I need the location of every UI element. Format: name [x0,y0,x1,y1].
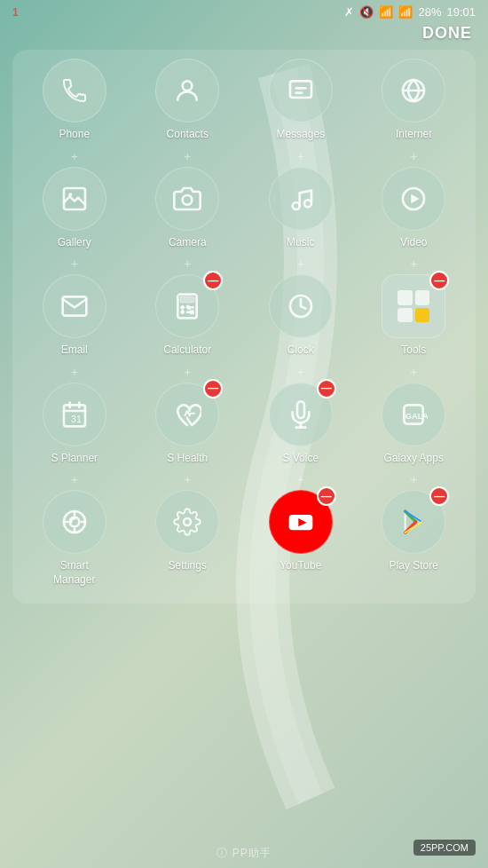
smartmanager-app[interactable]: Smart Manager [26,490,123,587]
tools-mini-1 [397,290,413,305]
smartmanager-label: Smart Manager [53,559,95,587]
svg-text:GALAXY: GALAXY [405,412,428,421]
galaxyapps-icon-bg: GALAXY [382,383,445,446]
phone-label: Phone [59,128,90,142]
playstore-app[interactable]: Play Store [365,490,462,573]
video-icon-wrap [382,167,445,231]
svg-rect-1 [290,81,311,98]
svoice-icon-wrap [269,383,333,446]
done-button[interactable]: DONE [422,24,472,43]
splanner-icon-bg: 31 [43,383,106,446]
music-icon-wrap [269,167,333,231]
splanner-app[interactable]: 31 S Planner [26,383,123,466]
shealth-app[interactable]: S Health [138,383,236,466]
status-bar: 1 ✗ 🔇 📶 📶 28% 19:01 [0,0,488,22]
smartmanager-icon-wrap [43,490,106,554]
battery-level: 28% [418,5,441,19]
galaxyapps-icon-wrap: GALAXY [382,383,445,446]
divider-4: + + + + [18,469,470,490]
plus-4: + [410,149,417,163]
gallery-icon-wrap [43,167,106,231]
tools-icon-wrap [382,274,445,338]
time-display: 19:01 [446,5,476,19]
splanner-label: S Planner [51,452,98,466]
youtube-app[interactable]: YouTube [252,490,350,573]
plus-16: + [410,472,417,486]
galaxyapps-app[interactable]: GALAXY Galaxy Apps [365,383,462,466]
divider-3: + + + + [18,361,470,383]
phone-icon-bg [43,59,106,122]
svg-point-0 [183,81,193,91]
tools-remove-badge[interactable] [429,271,449,290]
status-indicator: 1 [12,6,19,19]
gallery-icon-bg [43,167,106,231]
tools-mini-2 [415,290,430,305]
galaxyapps-label: Galaxy Apps [384,452,444,466]
calculator-app[interactable]: Calculator [138,274,236,358]
clock-icon-wrap [269,274,333,338]
messages-icon-wrap [269,59,333,122]
youtube-remove-badge[interactable] [317,486,336,506]
plus-12: + [410,365,417,379]
internet-icon-bg [382,59,445,122]
tools-mini-4 [415,308,430,323]
svg-rect-12 [180,297,194,304]
shealth-label: S Health [167,452,208,466]
svg-point-4 [68,193,72,196]
email-app[interactable]: Email [26,274,123,358]
youtube-icon-wrap [269,490,333,554]
contacts-icon-bg [155,59,219,122]
playstore-remove-badge[interactable] [429,486,449,506]
plus-15: + [297,472,304,486]
playstore-label: Play Store [390,559,438,573]
mute-icon: 🔇 [359,5,374,19]
tools-label: Tools [401,343,426,358]
app-row-3: Email Calculator Clock [18,274,470,358]
clock-app[interactable]: Clock [252,274,350,358]
svoice-app[interactable]: S Voice [252,383,350,466]
email-label: Email [61,343,88,358]
shealth-icon-wrap [155,383,219,446]
svg-marker-9 [412,193,420,203]
tools-mini-3 [397,308,413,323]
tools-grid [397,290,429,322]
svg-point-36 [184,518,191,525]
video-app[interactable]: Video [365,167,462,250]
svoice-remove-badge[interactable] [317,379,336,398]
youtube-label: YouTube [279,559,321,573]
settings-app[interactable]: Settings [138,490,236,573]
contacts-label: Contacts [167,128,209,142]
signal-icon: 📶 [398,5,413,19]
gallery-app[interactable]: Gallery [26,167,123,250]
plus-2: + [184,149,191,163]
calculator-icon-wrap [155,274,219,338]
app-row-1: Phone Contacts Messages [18,59,470,142]
smartmanager-icon-bg [43,490,106,554]
settings-label: Settings [169,559,207,573]
divider-1: + + + + [18,146,470,167]
plus-13: + [71,472,78,486]
internet-app[interactable]: Internet [365,59,462,142]
camera-app[interactable]: Camera [138,167,236,250]
svoice-label: S Voice [282,452,319,466]
svg-line-23 [191,312,193,314]
shealth-remove-badge[interactable] [203,379,223,398]
music-label: Music [287,236,314,250]
phone-icon-wrap [43,59,106,122]
plus-5: + [71,256,78,271]
settings-icon-bg [155,490,219,554]
tools-app[interactable]: Tools [365,274,462,358]
plus-3: + [297,149,304,163]
plus-9: + [71,365,78,379]
contacts-app[interactable]: Contacts [138,59,236,142]
messages-app[interactable]: Messages [252,59,350,142]
phone-app[interactable]: Phone [26,59,123,142]
calculator-remove-badge[interactable] [203,271,223,290]
camera-icon-wrap [155,167,219,231]
wifi-icon: 📶 [379,5,393,19]
plus-14: + [184,472,191,486]
bluetooth-icon: ✗ [344,5,354,19]
calculator-label: Calculator [163,343,211,358]
plus-11: + [297,365,304,379]
music-app[interactable]: Music [252,167,350,250]
